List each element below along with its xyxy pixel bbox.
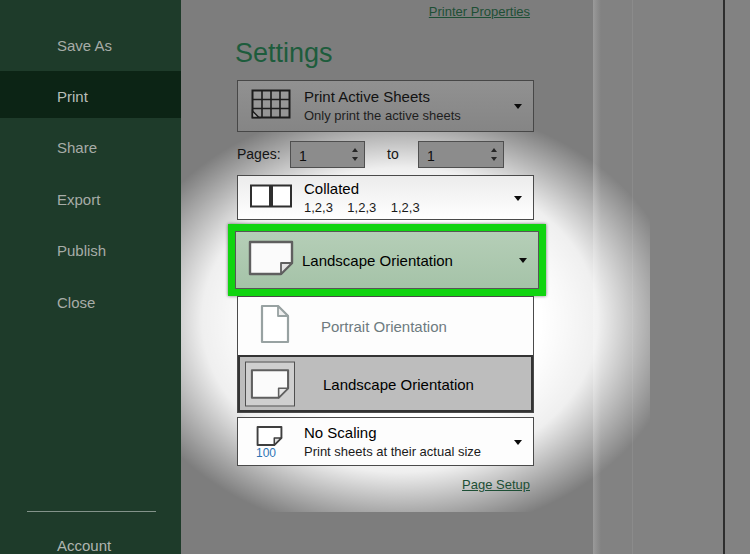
spin-up-icon[interactable]: [491, 148, 497, 152]
chevron-down-icon: [514, 104, 522, 109]
scaling-dropdown[interactable]: 100 No Scaling Print sheets at their act…: [237, 417, 534, 466]
selected-option-icon-box: [245, 361, 295, 406]
page-setup-link[interactable]: Page Setup: [462, 477, 530, 492]
pages-to-label: to: [387, 146, 399, 162]
sidebar-item-export[interactable]: Export: [57, 191, 100, 208]
print-what-dropdown[interactable]: Print Active Sheets Only print the activ…: [237, 80, 534, 132]
collated-pages-icon: [246, 184, 296, 212]
pages-from-input[interactable]: [291, 142, 352, 169]
collation-title: Collated: [304, 179, 533, 199]
sidebar-selected-band: [0, 71, 181, 118]
printer-properties-link[interactable]: Printer Properties: [429, 4, 530, 19]
sheets-grid-icon: [246, 89, 296, 123]
sidebar-item-share[interactable]: Share: [57, 139, 97, 156]
collation-subtitle: 1,2,3 1,2,3 1,2,3: [304, 199, 533, 217]
pages-from-spinner[interactable]: [290, 141, 365, 168]
option-portrait-orientation[interactable]: Portrait Orientation: [238, 297, 533, 355]
pages-to-spinner[interactable]: [418, 141, 504, 168]
spin-down-icon[interactable]: [491, 157, 497, 161]
print-settings-panel: Printer Properties Settings Print Active…: [181, 0, 593, 554]
sidebar-item-close[interactable]: Close: [57, 294, 95, 311]
scaling-title: No Scaling: [304, 423, 533, 443]
print-what-subtitle: Only print the active sheets: [304, 107, 533, 125]
portrait-page-icon: [260, 304, 290, 348]
option-portrait-label: Portrait Orientation: [321, 318, 447, 335]
settings-heading: Settings: [235, 38, 333, 69]
option-landscape-label: Landscape Orientation: [323, 375, 474, 392]
sidebar-item-account[interactable]: Account: [57, 537, 111, 554]
chevron-down-icon: [514, 440, 522, 445]
orientation-listbox: Portrait Orientation Landscape Orientati…: [237, 296, 534, 413]
chevron-down-icon: [514, 196, 522, 201]
backstage-sidebar: Save As Print Share Export Publish Close…: [0, 0, 181, 554]
option-landscape-orientation[interactable]: Landscape Orientation: [238, 355, 533, 412]
highlight-annotation-box: Landscape Orientation: [228, 224, 546, 296]
orientation-selected-label: Landscape Orientation: [302, 252, 453, 269]
landscape-page-icon: [250, 368, 290, 399]
no-scaling-icon: 100: [246, 425, 296, 458]
preview-page-edge: [723, 0, 725, 554]
landscape-page-icon: [248, 240, 294, 280]
spin-down-icon[interactable]: [352, 157, 358, 161]
pages-label: Pages:: [237, 146, 281, 162]
sidebar-item-print[interactable]: Print: [57, 88, 88, 105]
sidebar-item-publish[interactable]: Publish: [57, 242, 106, 259]
print-what-title: Print Active Sheets: [304, 87, 533, 107]
pages-to-input[interactable]: [419, 142, 488, 169]
orientation-dropdown[interactable]: Landscape Orientation: [235, 231, 539, 289]
collation-dropdown[interactable]: Collated 1,2,3 1,2,3 1,2,3: [237, 175, 534, 220]
scaling-100-label: 100: [256, 447, 276, 458]
sidebar-item-save-as[interactable]: Save As: [57, 37, 112, 54]
chevron-down-icon: [519, 258, 527, 263]
scaling-subtitle: Print sheets at their actual size: [304, 443, 533, 461]
spin-up-icon[interactable]: [352, 148, 358, 152]
sidebar-separator: [27, 511, 156, 512]
excel-print-backstage: Save As Print Share Export Publish Close…: [0, 0, 750, 554]
